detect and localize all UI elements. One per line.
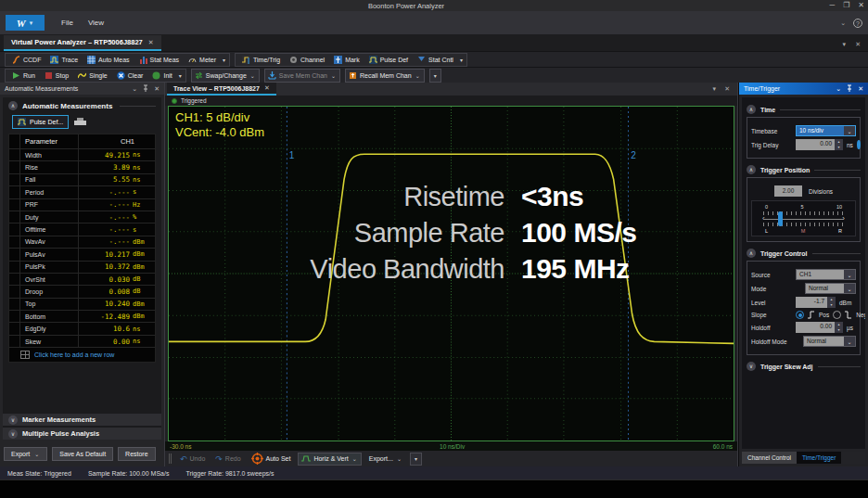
trace-menu-icon[interactable]: ▾ [713,85,717,93]
collapse-icon[interactable]: ∧ [8,101,18,110]
measurement-row[interactable]: PRF -.--- Hz [9,199,155,211]
views-group1-more-icon[interactable]: ▾ [222,57,226,63]
channel-button[interactable]: Channel [286,55,328,65]
trace-close-icon[interactable]: ✕ [724,85,730,93]
trace-export-dropdown[interactable]: Export...⌄ [366,454,405,463]
time-section-header[interactable]: ∧ Time [747,105,861,114]
close-icon[interactable]: ✕ [154,85,160,93]
trace-more-dropdown[interactable]: ▾ [410,453,422,466]
collapse-icon[interactable]: ∧ [747,105,756,114]
measurement-row[interactable]: PulsPk 10.372 dBm [9,262,155,274]
measurement-row[interactable]: Rise 3.89 ns [9,161,155,173]
marker1-label[interactable]: 1 [289,150,295,160]
trace-display[interactable]: CH1: 5 dB/div VCent: -4.0 dBm 1 2 Riseti… [168,106,734,441]
close-icon[interactable]: ✕ [858,85,863,93]
divisions-field[interactable]: 2.00 [774,185,802,197]
ccdf-button[interactable]: CCDF [8,55,45,65]
trig-delay-field[interactable]: 0.00 ▴▾ [796,139,843,150]
tab-channel-control[interactable]: Channel Control [742,452,797,464]
restore-button[interactable]: Restore [118,447,156,461]
measurement-row[interactable]: WavAv -.--- dBm [9,236,155,249]
auto-set-button[interactable]: Auto Set [249,452,294,466]
chevron-down-icon[interactable]: ⌄ [840,19,846,27]
row-selector[interactable] [9,323,20,334]
tabstrip-close-icon[interactable]: ✕ [855,41,861,48]
restore-icon[interactable]: ❐ [843,0,849,11]
tab-time-trigger[interactable]: Time/Trigger [797,452,841,464]
auto-meas-button[interactable]: Auto Meas [83,55,133,65]
trigger-position-section-header[interactable]: ∧ Trigger Position [747,165,861,174]
slope-pos-radio[interactable] [796,311,804,319]
run-button[interactable]: Run [8,70,39,81]
save-as-default-button[interactable]: Save As Default [52,447,113,461]
time-trig-button[interactable]: Time/Trig [238,55,284,65]
save-mem-chan-dropdown[interactable]: Save Mem Chan⌄ [264,69,340,83]
mode-dropdown[interactable]: Normal ⌄ [805,283,856,294]
redo-button[interactable]: ↷Redo [212,453,243,465]
pin-icon[interactable] [143,84,148,93]
row-selector[interactable] [9,199,20,211]
acquisition-more-icon[interactable]: ▾ [178,72,183,79]
measurement-row[interactable]: Duty -.--- % [9,211,155,223]
toolbar-grip[interactable] [169,453,172,464]
tab-trace-view[interactable]: Trace View – RTP5006J8827 ✕ [167,83,276,96]
spinner[interactable]: ▴▾ [835,322,843,333]
measurement-row[interactable]: Period -.--- s [9,186,155,198]
stat-meas-button[interactable]: Stat Meas [135,55,184,65]
menu-file[interactable]: File [54,16,81,30]
spinner[interactable]: ▴▾ [827,297,836,308]
auto-measurements-section-header[interactable]: ∧ Automatic Measurements [3,97,161,112]
measurement-row[interactable]: Skew 0.00 ns [9,336,155,348]
stop-button[interactable]: Stop [41,70,72,81]
boonton-logo-button[interactable]: W ▼ [6,15,45,31]
collapse-icon[interactable]: ∧ [747,165,756,174]
trace-button[interactable]: Trace [46,55,82,65]
expand-icon[interactable]: ∨ [8,415,18,425]
row-selector[interactable] [9,161,20,172]
marker2-label[interactable]: 2 [631,150,636,160]
row-selector[interactable] [9,186,20,198]
row-selector[interactable] [9,336,20,347]
init-button[interactable]: Init [148,70,175,81]
trig-delay-sync-button[interactable] [857,140,861,149]
measurement-row[interactable]: Top 10.240 dBm [9,299,155,311]
row-selector[interactable] [9,299,20,310]
actions-more-dropdown[interactable]: ▾ [429,69,441,83]
expand-icon[interactable]: ∨ [8,429,18,439]
row-selector[interactable] [9,149,20,160]
holdoff-field[interactable]: 0.00 ▴▾ [796,322,843,333]
chevron-down-icon[interactable]: ⌄ [836,85,841,93]
measurement-row[interactable]: Offtime -.--- s [9,223,155,236]
row-selector[interactable] [9,249,20,260]
spinner[interactable]: ▴▾ [835,139,843,150]
row-selector[interactable] [9,174,20,185]
row-selector[interactable] [9,311,20,322]
multiple-pulse-analysis-section[interactable]: ∨ Multiple Pulse Analysis [3,427,161,440]
expand-icon[interactable]: ∨ [747,362,756,371]
swap-change-dropdown[interactable]: Swap/Change⌄ [191,69,260,83]
row-selector[interactable] [9,286,20,297]
trigger-control-section-header[interactable]: ∧ Trigger Control [747,249,861,258]
close-icon[interactable]: ✕ [858,0,864,11]
timebase-dropdown[interactable]: 10 ns/div ⌄ [796,125,856,136]
print-button[interactable] [74,118,86,127]
mark-button[interactable]: Mark [330,55,364,65]
row-selector[interactable] [9,211,20,223]
measurement-row[interactable]: Width 49.215 ns [9,149,155,161]
add-row-link[interactable]: Click here to add a new row [15,348,149,362]
views-group2-more-icon[interactable]: ▾ [459,57,464,63]
clear-button[interactable]: Clear [113,70,147,81]
pulse-def-button[interactable]: Pulse Def [365,55,412,65]
chevron-down-icon[interactable]: ⌄ [132,85,137,93]
row-selector[interactable] [9,223,20,235]
tab-close-icon[interactable]: ✕ [264,84,270,92]
single-button[interactable]: Single [74,70,110,81]
slider-handle[interactable] [778,211,783,226]
source-dropdown[interactable]: CH1 ⌄ [796,269,856,280]
tab-virtual-power-analyzer[interactable]: Virtual Power Analyzer – RTP5006J8827 ✕ [4,35,161,51]
holdoff-mode-dropdown[interactable]: Normal ⌄ [803,336,856,347]
meter-button[interactable]: Meter [185,55,220,65]
marker-measurements-section[interactable]: ∨ Marker Measurements [3,413,161,426]
measurement-row[interactable]: Droop 0.008 dB [9,286,155,298]
tab-overflow-icon[interactable]: ▾ [843,41,847,48]
